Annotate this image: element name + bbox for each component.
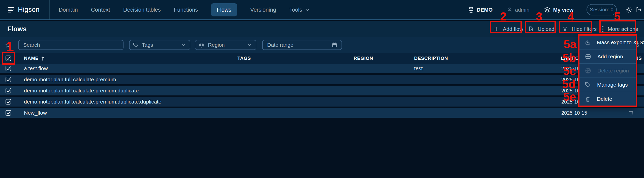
calendar-icon [331,42,338,48]
hide-filters-label: Hide filters [572,26,597,32]
topbar-right-cluster: DEMO admin My view Session: 0 [468,0,642,19]
column-header-name[interactable]: NAME [24,56,45,61]
user-icon [507,7,512,13]
column-header-region[interactable]: REGION [354,56,373,61]
flow-name[interactable]: demo.motor.plan.full.calculate.premium.d… [24,88,139,94]
tags-filter-dropdown[interactable]: Tags [129,40,190,50]
column-header-description[interactable]: DESCRIPTION [414,56,448,61]
plus-icon [494,26,499,32]
user-menu[interactable]: admin [507,7,529,13]
row-checkbox[interactable] [6,66,11,71]
region-filter-label: Region [208,42,225,48]
nav-item-tools[interactable]: Tools [289,7,310,13]
chevron-down-icon [247,42,252,48]
layers-icon [544,7,550,13]
menu-item-delete[interactable]: Delete [579,92,636,106]
nav-item-functions[interactable]: Functions [174,7,198,13]
flow-name[interactable]: demo.motor.plan.full.calculate.premium.d… [24,99,161,105]
nav-item-domain[interactable]: Domain [59,7,78,13]
flow-description: test [414,65,423,71]
kebab-menu-icon [602,25,604,33]
nav-item-context[interactable]: Context [91,7,110,13]
chevron-down-icon [181,42,186,48]
row-checkbox[interactable] [6,110,11,116]
higson-logo-icon [7,6,15,14]
table-row[interactable]: a.test.flow test 2025-10-15 [0,64,644,73]
chevron-down-icon [305,7,310,12]
globe-icon [199,42,204,48]
tag-icon [585,82,591,88]
trash-icon [585,96,591,102]
column-header-tags[interactable]: TAGS [237,56,251,61]
my-view-label: My view [553,7,573,13]
filters-bar: Tags Region Date range 5 [0,37,644,53]
tag-icon [133,42,138,48]
row-checkbox[interactable] [6,77,11,82]
main-nav: Domain Context Decision tables Functions… [59,0,310,19]
higson-app: { "topbar": { "logo": "Higson", "nav": [… [0,0,644,178]
my-view-button[interactable]: My view [544,7,573,13]
flow-name[interactable]: a.test.flow [24,65,48,71]
menu-item-add-region[interactable]: Add region [579,49,636,64]
user-label: admin [515,7,529,13]
date-range-label: Date range [267,42,293,48]
download-icon [585,39,591,45]
menu-item-label: Delete [597,96,612,102]
more-actions-label: More actions [608,26,638,32]
add-flow-label: Add flow [503,26,523,32]
date-range-picker[interactable]: Date range [262,40,342,50]
region-filter-dropdown[interactable]: Region [195,40,256,50]
table-header-row: NAME TAGS REGION DESCRIPTION LAST CHANGE… [0,53,644,64]
logout-icon[interactable] [635,6,642,13]
sort-ascending-icon [41,56,45,61]
topbar-divider [49,0,50,19]
menu-item-manage-tags[interactable]: Manage tags [579,78,636,92]
flow-name[interactable]: New_flow [24,110,47,116]
more-actions-menu: Mass export to XLSx Add region Delete re… [579,35,636,106]
upload-file-icon [528,26,534,32]
globe-icon [585,53,591,60]
nav-item-decision-tables[interactable]: Decision tables [123,7,161,13]
flows-table-body: a.test.flow test 2025-10-15 demo.motor.p… [0,64,644,119]
table-row[interactable]: demo.motor.plan.full.calculate.premium 2… [0,75,644,84]
row-checkbox[interactable] [6,99,11,105]
globe-slash-icon [585,67,591,74]
session-label: Session: 0 [590,7,613,13]
search-input[interactable] [18,40,124,50]
flow-last-change: 2025-10-15 [561,110,587,116]
add-flow-button[interactable]: Add flow [494,26,523,32]
table-row[interactable]: demo.motor.plan.full.calculate.premium.d… [0,97,644,107]
row-checkbox[interactable] [6,88,11,93]
hide-filters-button[interactable]: Hide filters [562,26,597,32]
theme-toggle-sun-icon[interactable] [625,6,632,13]
app-logo-label: Higson [18,6,40,14]
page-title: Flows [7,25,27,33]
database-icon [468,7,474,13]
upload-button[interactable]: Upload [528,26,555,32]
page-header-band: Flows Add flow Upload Hide filters More … [0,21,644,37]
flow-name[interactable]: demo.motor.plan.full.calculate.premium [24,77,116,83]
menu-item-label: Manage tags [597,82,628,88]
environment-label: DEMO [477,7,493,13]
menu-item-label: Mass export to XLSx [597,39,644,45]
menu-item-label: Add region [597,54,623,60]
environment-selector[interactable]: DEMO [468,7,493,13]
favorite-star-icon[interactable] [5,41,12,48]
session-badge[interactable]: Session: 0 [587,4,617,15]
menu-item-label: Delete region [597,68,629,74]
more-actions-button[interactable]: More actions [602,25,638,33]
select-all-checkbox[interactable] [6,56,11,61]
table-row[interactable]: demo.motor.plan.full.calculate.premium.d… [0,86,644,95]
top-navigation-bar: Higson Domain Context Decision tables Fu… [0,0,644,20]
tags-filter-label: Tags [142,42,153,48]
upload-label: Upload [538,26,555,32]
menu-item-delete-region: Delete region [579,64,636,78]
table-row[interactable]: New_flow 2025-10-15 [0,108,644,118]
funnel-icon [562,26,568,32]
delete-row-icon[interactable] [628,110,634,116]
menu-item-mass-export[interactable]: Mass export to XLSx [579,35,636,49]
app-logo[interactable]: Higson [7,0,40,19]
nav-item-flows-active[interactable]: Flows [211,3,237,16]
nav-tools-label: Tools [289,7,302,13]
nav-item-versioning[interactable]: Versioning [250,7,276,13]
